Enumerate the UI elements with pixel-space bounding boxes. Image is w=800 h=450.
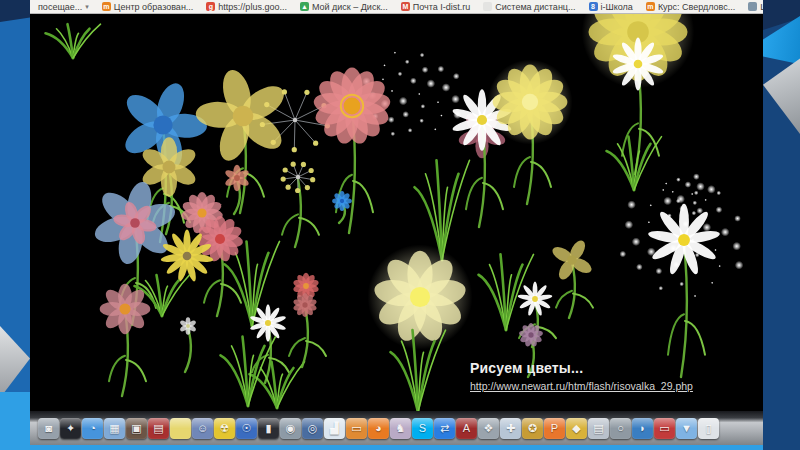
dock: ◙✦◔▦▣▤☺☢☉▮◉◎▟▭◕♞S⇄A❖✚✪P◆▤○◗▭▼▯ [30, 411, 763, 445]
dock-icon-safari[interactable]: ◔ [82, 418, 103, 439]
bookmark-distance-system[interactable]: Система дистанц... [483, 2, 575, 12]
dock-icon-preview[interactable]: ▦ [104, 418, 125, 439]
chat-bubble-icon [748, 2, 757, 11]
bookmark-moodle-center[interactable]: mЦентр образован... [102, 2, 194, 12]
dock-icon-stickies[interactable] [170, 418, 191, 439]
google-plus-icon: g [206, 2, 215, 11]
dock-icon-teamviewer[interactable]: ⇄ [434, 418, 455, 439]
dock-icon-gold-lock[interactable]: ✪ [522, 418, 543, 439]
dock-icon-skype[interactable]: S [412, 418, 433, 439]
dock-icon-trash[interactable]: ▯ [698, 418, 719, 439]
bookmark-mail[interactable]: MПочта I-dist.ru [401, 2, 471, 12]
dock-icon-finder[interactable]: ◙ [38, 418, 59, 439]
dock-icon-search-folder[interactable]: ◎ [302, 418, 323, 439]
chevron-down-icon: ▾ [85, 3, 89, 11]
bookmark-label: Почта I-dist.ru [413, 2, 471, 12]
dock-icon-red-book[interactable]: ▤ [148, 418, 169, 439]
moodle-icon: m [102, 2, 111, 11]
i-school-icon: 8 [589, 2, 598, 11]
caption-block: Рисуем цветы... http://www.newart.ru/htm… [470, 360, 693, 394]
drive-icon: ▲ [300, 2, 309, 11]
flower-canvas[interactable] [30, 14, 763, 411]
bookmark-label: LearningApps.org... [760, 2, 763, 12]
dock-icon-firefox[interactable]: ◕ [368, 418, 389, 439]
presentation-slide: посещае...▾mЦентр образован...ghttps://p… [0, 0, 800, 450]
dock-icon-screenshot-tool[interactable]: ◉ [280, 418, 301, 439]
dock-icons-row: ◙✦◔▦▣▤☺☢☉▮◉◎▟▭◕♞S⇄A❖✚✪P◆▤○◗▭▼▯ [30, 411, 763, 439]
dock-icon-globe-browser[interactable]: ☉ [236, 418, 257, 439]
bookmark-label: Система дистанц... [495, 2, 575, 12]
dock-icon-chess[interactable]: ♞ [390, 418, 411, 439]
bookmark-label: i-Школа [601, 2, 633, 12]
dock-icon-photo-booth[interactable]: ▣ [126, 418, 147, 439]
bookmark-label: посещае... [38, 2, 82, 12]
navy-corner-shape [0, 0, 30, 22]
dock-icon-launchpad[interactable]: ✦ [60, 418, 81, 439]
bookmark-label: Мой диск – Диск... [312, 2, 388, 12]
bookmark-label: Курс: Свердловс... [658, 2, 735, 12]
dock-icon-photoshop-dark[interactable]: ▮ [258, 418, 279, 439]
moodle-icon: m [646, 2, 655, 11]
slide-right-decoration [763, 0, 800, 450]
bright-blue-shape [0, 392, 30, 450]
dock-icon-dictionary[interactable]: A [456, 418, 477, 439]
bookmarks-bar: посещае...▾mЦентр образован...ghttps://p… [30, 0, 763, 14]
dock-icon-parallels-p[interactable]: P [544, 418, 565, 439]
dock-icon-parallels-desktop[interactable]: ▭ [654, 418, 675, 439]
dock-icon-gem-viewer[interactable]: ◆ [566, 418, 587, 439]
dock-icon-keychain[interactable]: ○ [610, 418, 631, 439]
bookmark-my-drive[interactable]: ▲Мой диск – Диск... [300, 2, 388, 12]
bookmark-i-school[interactable]: 8i-Школа [589, 2, 633, 12]
caption-title: Рисуем цветы... [470, 360, 693, 376]
dock-icon-radioactive-app[interactable]: ☢ [214, 418, 235, 439]
page-icon [483, 2, 492, 11]
bookmark-label: Центр образован... [114, 2, 194, 12]
dock-icon-gimp[interactable]: ☺ [192, 418, 213, 439]
bookmark-label: https://plus.goo... [218, 2, 287, 12]
bookmark-most-visited[interactable]: посещае...▾ [38, 2, 89, 12]
silver-wedge-shape [0, 326, 30, 398]
dock-icon-print-center[interactable]: ▤ [588, 418, 609, 439]
caption-link[interactable]: http://www.newart.ru/htm/flash/risovalka… [470, 380, 693, 392]
gmail-icon: M [401, 2, 410, 11]
dock-icon-chart-app[interactable]: ▟ [324, 418, 345, 439]
silver-wedge-shape [763, 52, 800, 134]
dock-icon-toolbox[interactable]: ✚ [500, 418, 521, 439]
bookmark-moodle-course[interactable]: mКурс: Свердловс... [646, 2, 735, 12]
bookmark-google-plus[interactable]: ghttps://plus.goo... [206, 2, 287, 12]
dock-icon-downloads-folder[interactable]: ▼ [676, 418, 697, 439]
slide-left-decoration [0, 0, 30, 450]
dock-icon-openoffice[interactable]: ◗ [632, 418, 653, 439]
dock-icon-archive-utility[interactable]: ❖ [478, 418, 499, 439]
dock-icon-whiteboard[interactable]: ▭ [346, 418, 367, 439]
bookmark-learningapps[interactable]: LearningApps.org... [748, 2, 763, 12]
browser-screenshot: посещае...▾mЦентр образован...ghttps://p… [30, 0, 763, 445]
drawing-canvas-area: Рисуем цветы... http://www.newart.ru/htm… [30, 14, 763, 411]
